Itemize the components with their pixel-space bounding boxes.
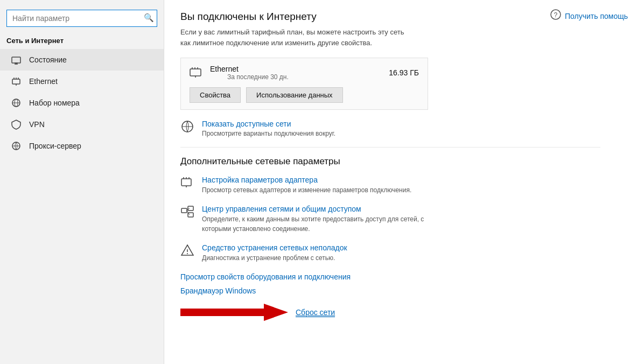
svg-text:?: ?: [554, 11, 557, 19]
sidebar-item-proxy[interactable]: Прокси-сервер: [0, 135, 164, 157]
troubleshoot-desc: Диагностика и устранение проблем с сетью…: [202, 254, 347, 263]
sidebar-item-ethernet[interactable]: Ethernet: [0, 71, 164, 92]
ethernet-name-group: Ethernet За последние 30 дн.: [210, 65, 289, 81]
sidebar-item-status-label: Состояние: [29, 55, 67, 64]
sharing-icon: [180, 205, 194, 220]
troubleshoot-text: Средство устранения сетевых неполадок Ди…: [202, 243, 347, 263]
sidebar-item-status[interactable]: Состояние: [0, 49, 164, 71]
firewall-link[interactable]: Брандмауэр Windows: [180, 286, 256, 295]
sharing-desc: Определите, к каким данным вы хотите пре…: [202, 215, 428, 234]
show-networks-text: Показать доступные сети Просмотрите вари…: [202, 120, 335, 138]
show-networks-title[interactable]: Показать доступные сети: [202, 120, 335, 128]
ethernet-card: Ethernet За последние 30 дн. 16.93 ГБ Св…: [180, 58, 428, 110]
sharing-item: Центр управления сетями и общим доступом…: [180, 205, 428, 234]
advanced-section-title: Дополнительные сетевые параметры: [180, 156, 622, 167]
connected-desc: Если у вас лимитный тарифный план, вы мо…: [180, 27, 407, 48]
sharing-text: Центр управления сетями и общим доступом…: [202, 205, 428, 234]
search-icon: 🔍: [144, 13, 154, 22]
svg-rect-29: [188, 206, 193, 211]
search-button[interactable]: 🔍: [144, 13, 154, 23]
sidebar-item-dialup-label: Набор номера: [29, 99, 80, 107]
adapter-title[interactable]: Настройка параметров адаптера: [202, 176, 411, 184]
section-divider: [180, 147, 600, 148]
data-usage-button[interactable]: Использование данных: [246, 87, 343, 103]
help-link-label: Получить помощь: [565, 12, 628, 20]
show-networks-desc: Просмотрите варианты подключения вокруг.: [202, 129, 335, 138]
sidebar-section-title: Сеть и Интернет: [0, 33, 164, 49]
svg-rect-16: [190, 69, 201, 76]
help-icon: ?: [550, 9, 562, 23]
red-arrow: [180, 303, 288, 322]
search-box-wrapper: 🔍: [0, 5, 164, 33]
ethernet-buttons: Свойства Использование данных: [190, 87, 419, 103]
svg-rect-28: [181, 208, 187, 213]
main-content: ? Получить помощь Вы подключены к Интерн…: [164, 0, 644, 364]
ethernet-icon: [11, 76, 22, 87]
adapter-text: Настройка параметров адаптера Просмотр с…: [202, 176, 411, 195]
ethernet-card-icon: [190, 66, 204, 80]
ethernet-header: Ethernet За последние 30 дн. 16.93 ГБ: [190, 65, 419, 81]
ethernet-name-row: Ethernet За последние 30 дн.: [190, 65, 289, 81]
hardware-link[interactable]: Просмотр свойств оборудования и подключе…: [180, 272, 351, 281]
adapter-desc: Просмотр сетевых адаптеров и изменение п…: [202, 186, 411, 195]
sidebar-item-proxy-label: Прокси-сервер: [29, 142, 81, 150]
properties-button[interactable]: Свойства: [190, 87, 241, 103]
sidebar-item-ethernet-label: Ethernet: [29, 77, 58, 86]
vpn-icon: [11, 119, 22, 130]
svg-marker-35: [180, 304, 288, 321]
troubleshoot-title[interactable]: Средство устранения сетевых неполадок: [202, 243, 347, 252]
svg-rect-0: [12, 57, 20, 63]
sharing-title[interactable]: Центр управления сетями и общим доступом: [202, 205, 428, 213]
sidebar-item-vpn-label: VPN: [29, 120, 45, 129]
svg-rect-4: [12, 79, 20, 84]
sidebar-item-dialup[interactable]: Набор номера: [0, 92, 164, 114]
dialup-icon: [11, 97, 22, 108]
proxy-icon: [11, 141, 22, 151]
ethernet-name: Ethernet: [210, 65, 289, 73]
sidebar-item-vpn[interactable]: VPN: [0, 114, 164, 135]
help-link[interactable]: ? Получить помощь: [550, 9, 628, 23]
status-icon: [11, 54, 22, 65]
search-input[interactable]: [6, 10, 157, 27]
sidebar: 🔍 Сеть и Интернет Состояние: [0, 0, 164, 364]
svg-rect-23: [181, 179, 191, 186]
troubleshoot-item: Средство устранения сетевых неполадок Ди…: [180, 243, 428, 263]
reset-network-link[interactable]: Сброс сети: [296, 308, 335, 317]
adapter-icon: [180, 176, 194, 191]
show-networks-icon: [180, 120, 194, 135]
adapter-item: Настройка параметров адаптера Просмотр с…: [180, 176, 428, 195]
ethernet-size: 16.93 ГБ: [389, 68, 419, 77]
show-networks-item[interactable]: Показать доступные сети Просмотрите вари…: [180, 120, 428, 138]
sidebar-nav: Состояние Ethernet: [0, 49, 164, 157]
troubleshoot-icon: [180, 243, 194, 259]
svg-point-34: [187, 253, 188, 254]
ethernet-sub: За последние 30 дн.: [227, 73, 289, 81]
